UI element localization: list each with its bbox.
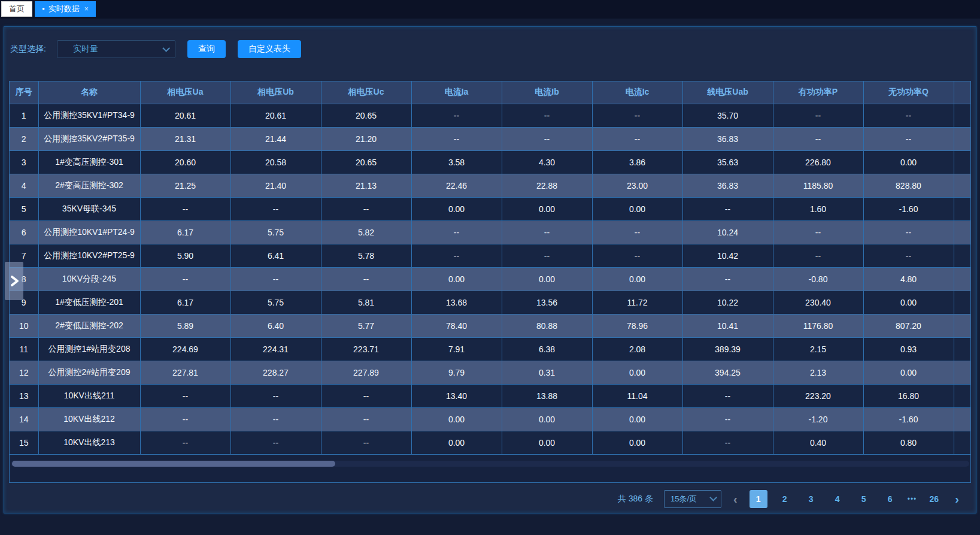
table-row[interactable]: 12公用测控2#站用变209227.81228.27227.899.790.31…	[10, 361, 970, 384]
table-cell: --	[773, 220, 863, 244]
next-page-button[interactable]: ›	[951, 491, 963, 507]
scrollbar-thumb[interactable]	[12, 461, 335, 467]
toolbar: 类型选择: 实时量 查询 自定义表头	[4, 27, 976, 81]
table-cell: 1	[10, 104, 38, 127]
table-cell: 0.00	[411, 407, 502, 431]
table-row[interactable]: 102#变低压测控-2025.896.405.7778.4080.8878.96…	[10, 314, 970, 337]
table-row[interactable]: 535KV母联-345------0.000.000.00--1.60-1.60	[10, 197, 970, 220]
table-cell: 13.56	[502, 291, 592, 314]
close-tab-icon[interactable]: ×	[84, 5, 89, 13]
sidebar-expand-toggle[interactable]	[5, 262, 23, 300]
table-row[interactable]: 810KV分段-245------0.000.000.00---0.804.80	[10, 267, 970, 291]
table-cell: 20.61	[140, 104, 230, 127]
table-cell: --	[863, 127, 954, 150]
table-cell: 35.70	[682, 104, 773, 127]
table-cell: --	[592, 104, 682, 127]
table-cell: 4.80	[863, 267, 954, 291]
table-cell: 78.96	[592, 314, 682, 337]
table-cell-clipped	[954, 104, 970, 127]
page-button-3[interactable]: 3	[802, 490, 820, 508]
table-cell: 1185.80	[773, 174, 863, 197]
total-count: 共 386 条	[618, 494, 653, 504]
table-cell: 223.71	[321, 337, 411, 361]
page-button-5[interactable]: 5	[855, 490, 873, 508]
table-cell: 20.65	[321, 104, 411, 127]
pages-ellipsis[interactable]: •••	[908, 495, 917, 503]
table-cell: --	[411, 220, 502, 244]
table-row[interactable]: 6公用测控10KV1#PT24-96.175.755.82------10.24…	[10, 220, 970, 244]
column-header: 相电压Uc	[321, 81, 411, 104]
table-row[interactable]: 31#变高压测控-30120.6020.5820.653.584.303.863…	[10, 150, 970, 174]
horizontal-scrollbar[interactable]	[11, 461, 969, 467]
page-size-select[interactable]: 15条/页	[664, 490, 721, 508]
table-cell: 828.80	[863, 174, 954, 197]
tab-home[interactable]: 首页	[1, 1, 32, 17]
table-cell: -1.60	[863, 407, 954, 431]
table-row[interactable]: 7公用测控10KV2#PT25-95.906.415.78------10.42…	[10, 244, 970, 267]
prev-page-button[interactable]: ‹	[730, 491, 741, 507]
chevron-down-icon	[709, 494, 717, 501]
table-cell: 807.20	[863, 314, 954, 337]
column-header: 电流Ia	[411, 81, 502, 104]
table-cell: --	[592, 244, 682, 267]
table-cell: 1176.80	[773, 314, 863, 337]
table-row[interactable]: 1510KV出线213------0.000.000.00--0.400.80	[10, 431, 970, 454]
table-row[interactable]: 1310KV出线211------13.4013.8811.04--223.20…	[10, 384, 970, 407]
table-cell: 230.40	[773, 291, 863, 314]
table-cell: 9.79	[411, 361, 502, 384]
table-cell: 5	[10, 197, 38, 220]
tab-home-label: 首页	[9, 4, 25, 14]
table-cell: 21.40	[230, 174, 321, 197]
column-header: 有功功率P	[773, 81, 863, 104]
table-cell: --	[592, 220, 682, 244]
table-header-row: 序号名称相电压Ua相电压Ub相电压Uc电流Ia电流Ib电流Ic线电压Uab有功功…	[10, 81, 970, 104]
column-header: 序号	[10, 81, 38, 104]
type-select[interactable]: 实时量	[57, 40, 175, 58]
table-cell: 36.83	[682, 174, 773, 197]
table-row[interactable]: 1公用测控35KV1#PT34-920.6120.6120.65------35…	[10, 104, 970, 127]
tab-realtime-data[interactable]: ● 实时数据 ×	[35, 1, 96, 17]
table-row[interactable]: 91#变低压测控-2016.175.755.8113.6813.5611.721…	[10, 291, 970, 314]
table-row[interactable]: 1410KV出线212------0.000.000.00---1.20-1.6…	[10, 407, 970, 431]
custom-header-button[interactable]: 自定义表头	[238, 40, 301, 58]
table-cell: 10KV出线213	[38, 431, 140, 454]
table-cell: 228.27	[230, 361, 321, 384]
table-cell: --	[230, 267, 321, 291]
table-cell: --	[140, 407, 230, 431]
type-select-value: 实时量	[73, 44, 98, 55]
table-cell: --	[502, 220, 592, 244]
table-cell: --	[321, 197, 411, 220]
page-button-2[interactable]: 2	[776, 490, 794, 508]
table-cell: --	[321, 431, 411, 454]
table-cell: --	[230, 431, 321, 454]
table-cell: 2.13	[773, 361, 863, 384]
pagination: 共 386 条 15条/页 ‹ 123456•••26 ›	[4, 483, 976, 508]
table-cell: 6.17	[140, 220, 230, 244]
table-cell: --	[502, 127, 592, 150]
query-button[interactable]: 查询	[187, 40, 226, 58]
main-panel: 类型选择: 实时量 查询 自定义表头 序号名称相电压Ua相电压Ub相电压Uc电流…	[4, 26, 976, 513]
table-cell: 2.08	[592, 337, 682, 361]
page-button-4[interactable]: 4	[829, 490, 846, 508]
page-button-6[interactable]: 6	[881, 490, 899, 508]
table-cell: 11.04	[592, 384, 682, 407]
table-row[interactable]: 42#变高压测控-30221.2521.4021.1322.4622.8823.…	[10, 174, 970, 197]
table-row[interactable]: 2公用测控35KV2#PT35-921.3121.4421.20------36…	[10, 127, 970, 150]
page-button-1[interactable]: 1	[750, 490, 767, 508]
table-cell: --	[140, 384, 230, 407]
table-cell: 5.82	[321, 220, 411, 244]
table-row[interactable]: 11公用测控1#站用变208224.69224.31223.717.916.38…	[10, 337, 970, 361]
table-cell: 公用测控10KV2#PT25-9	[38, 244, 140, 267]
table-cell: 0.00	[502, 407, 592, 431]
active-tab-dot-icon: ●	[42, 7, 45, 11]
table-cell: 5.78	[321, 244, 411, 267]
table-cell: 1#变高压测控-301	[38, 150, 140, 174]
page-buttons: 123456•••26	[750, 490, 943, 508]
tab-bar: 首页 ● 实时数据 ×	[0, 0, 980, 19]
table-cell: --	[321, 407, 411, 431]
page-button-26[interactable]: 26	[925, 490, 943, 508]
table-cell: --	[773, 127, 863, 150]
table-cell: 21.31	[140, 127, 230, 150]
table-cell: 0.00	[502, 267, 592, 291]
table-cell: 20.65	[321, 150, 411, 174]
